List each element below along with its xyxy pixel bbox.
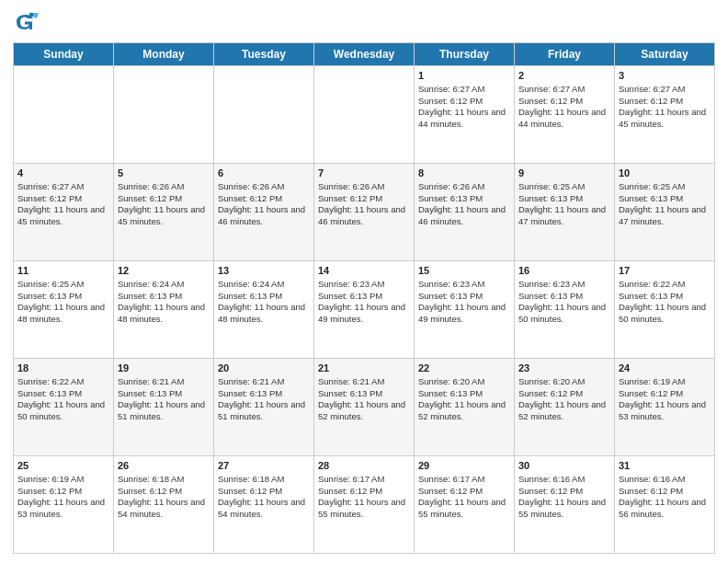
calendar-cell: 1Sunrise: 6:27 AMSunset: 6:12 PMDaylight… <box>415 66 515 164</box>
sunrise-text: Sunrise: 6:17 AM <box>318 474 384 484</box>
day-number: 16 <box>518 264 610 278</box>
sunrise-text: Sunrise: 6:17 AM <box>418 474 484 484</box>
sunrise-text: Sunrise: 6:27 AM <box>518 84 585 94</box>
weekday-saturday: Saturday <box>615 43 715 66</box>
cell-content: 24Sunrise: 6:19 AMSunset: 6:12 PMDayligh… <box>619 362 711 423</box>
calendar-cell: 8Sunrise: 6:26 AMSunset: 6:13 PMDaylight… <box>415 164 515 261</box>
sunrise-text: Sunrise: 6:21 AM <box>118 376 184 386</box>
daylight-text: Daylight: 11 hours and 49 minutes. <box>418 302 506 324</box>
sunrise-text: Sunrise: 6:27 AM <box>418 84 484 94</box>
sunset-text: Sunset: 6:13 PM <box>518 291 583 301</box>
cell-content: 29Sunrise: 6:17 AMSunset: 6:12 PMDayligh… <box>418 459 510 521</box>
day-number: 18 <box>17 362 109 375</box>
calendar-cell: 13Sunrise: 6:24 AMSunset: 6:13 PMDayligh… <box>214 261 314 359</box>
sunrise-text: Sunrise: 6:23 AM <box>318 279 384 289</box>
day-number: 5 <box>118 167 210 180</box>
daylight-text: Daylight: 11 hours and 50 minutes. <box>17 399 105 421</box>
sunset-text: Sunset: 6:13 PM <box>218 291 282 301</box>
cell-content: 21Sunrise: 6:21 AMSunset: 6:13 PMDayligh… <box>318 362 410 423</box>
sunrise-text: Sunrise: 6:27 AM <box>619 84 685 94</box>
sunset-text: Sunset: 6:13 PM <box>118 388 182 398</box>
sunset-text: Sunset: 6:12 PM <box>619 388 683 398</box>
daylight-text: Daylight: 11 hours and 55 minutes. <box>318 497 405 519</box>
daylight-text: Daylight: 11 hours and 47 minutes. <box>619 204 706 226</box>
day-number: 1 <box>418 69 510 83</box>
daylight-text: Daylight: 11 hours and 50 minutes. <box>518 302 606 324</box>
calendar-cell: 9Sunrise: 6:25 AMSunset: 6:13 PMDaylight… <box>515 164 615 261</box>
calendar-cell: 3Sunrise: 6:27 AMSunset: 6:12 PMDaylight… <box>615 66 715 164</box>
day-number: 19 <box>118 362 210 375</box>
sunrise-text: Sunrise: 6:23 AM <box>418 279 484 289</box>
sunrise-text: Sunrise: 6:25 AM <box>518 181 585 191</box>
day-number: 6 <box>218 167 310 180</box>
sunrise-text: Sunrise: 6:24 AM <box>118 279 184 289</box>
cell-content: 31Sunrise: 6:16 AMSunset: 6:12 PMDayligh… <box>619 459 711 521</box>
cell-content: 28Sunrise: 6:17 AMSunset: 6:12 PMDayligh… <box>318 459 410 521</box>
calendar-cell: 24Sunrise: 6:19 AMSunset: 6:12 PMDayligh… <box>615 359 715 456</box>
cell-content: 13Sunrise: 6:24 AMSunset: 6:13 PMDayligh… <box>218 264 310 326</box>
cell-content: 22Sunrise: 6:20 AMSunset: 6:13 PMDayligh… <box>418 362 510 423</box>
calendar-cell: 18Sunrise: 6:22 AMSunset: 6:13 PMDayligh… <box>14 359 114 456</box>
cell-content: 4Sunrise: 6:27 AMSunset: 6:12 PMDaylight… <box>17 167 109 228</box>
day-number: 14 <box>318 264 410 278</box>
cell-content: 27Sunrise: 6:18 AMSunset: 6:12 PMDayligh… <box>218 459 310 521</box>
calendar-cell: 27Sunrise: 6:18 AMSunset: 6:12 PMDayligh… <box>214 456 314 554</box>
day-number: 30 <box>518 459 610 473</box>
daylight-text: Daylight: 11 hours and 56 minutes. <box>619 497 706 519</box>
calendar-cell <box>114 66 214 164</box>
sunset-text: Sunset: 6:12 PM <box>518 486 583 496</box>
weekday-friday: Friday <box>515 43 615 66</box>
daylight-text: Daylight: 11 hours and 50 minutes. <box>619 302 706 324</box>
day-number: 28 <box>318 459 410 473</box>
cell-content: 14Sunrise: 6:23 AMSunset: 6:13 PMDayligh… <box>318 264 410 326</box>
day-number: 31 <box>619 459 711 473</box>
calendar-table: SundayMondayTuesdayWednesdayThursdayFrid… <box>13 42 715 554</box>
day-number: 24 <box>619 362 711 375</box>
cell-content: 1Sunrise: 6:27 AMSunset: 6:12 PMDaylight… <box>418 69 510 131</box>
calendar-cell: 7Sunrise: 6:26 AMSunset: 6:12 PMDaylight… <box>314 164 415 261</box>
daylight-text: Daylight: 11 hours and 46 minutes. <box>318 204 405 226</box>
calendar-cell <box>214 66 314 164</box>
day-number: 11 <box>17 264 109 278</box>
day-number: 10 <box>619 167 711 180</box>
day-number: 2 <box>518 69 610 83</box>
day-number: 26 <box>118 459 210 473</box>
daylight-text: Daylight: 11 hours and 53 minutes. <box>619 399 706 421</box>
sunrise-text: Sunrise: 6:24 AM <box>218 279 284 289</box>
daylight-text: Daylight: 11 hours and 54 minutes. <box>218 497 305 519</box>
sunrise-text: Sunrise: 6:25 AM <box>619 181 685 191</box>
sunrise-text: Sunrise: 6:21 AM <box>218 376 284 386</box>
daylight-text: Daylight: 11 hours and 46 minutes. <box>418 204 506 226</box>
sunset-text: Sunset: 6:12 PM <box>418 486 483 496</box>
calendar-cell: 25Sunrise: 6:19 AMSunset: 6:12 PMDayligh… <box>14 456 114 554</box>
sunset-text: Sunset: 6:12 PM <box>17 486 82 496</box>
daylight-text: Daylight: 11 hours and 45 minutes. <box>17 204 105 226</box>
calendar-cell: 19Sunrise: 6:21 AMSunset: 6:13 PMDayligh… <box>114 359 214 456</box>
sunset-text: Sunset: 6:13 PM <box>318 388 382 398</box>
weekday-tuesday: Tuesday <box>214 43 314 66</box>
day-number: 4 <box>17 167 109 180</box>
daylight-text: Daylight: 11 hours and 54 minutes. <box>118 497 205 519</box>
sunrise-text: Sunrise: 6:16 AM <box>518 474 585 484</box>
sunset-text: Sunset: 6:12 PM <box>518 388 583 398</box>
daylight-text: Daylight: 11 hours and 49 minutes. <box>318 302 405 324</box>
day-number: 3 <box>619 69 711 83</box>
sunrise-text: Sunrise: 6:26 AM <box>318 181 384 191</box>
day-number: 12 <box>118 264 210 278</box>
weekday-header-row: SundayMondayTuesdayWednesdayThursdayFrid… <box>14 43 715 66</box>
calendar-cell: 10Sunrise: 6:25 AMSunset: 6:13 PMDayligh… <box>615 164 715 261</box>
sunrise-text: Sunrise: 6:16 AM <box>619 474 685 484</box>
day-number: 25 <box>17 459 109 473</box>
week-row-3: 11Sunrise: 6:25 AMSunset: 6:13 PMDayligh… <box>14 261 715 359</box>
cell-content: 15Sunrise: 6:23 AMSunset: 6:13 PMDayligh… <box>418 264 510 326</box>
sunset-text: Sunset: 6:13 PM <box>218 388 282 398</box>
week-row-4: 18Sunrise: 6:22 AMSunset: 6:13 PMDayligh… <box>14 359 715 456</box>
sunset-text: Sunset: 6:13 PM <box>17 291 82 301</box>
weekday-monday: Monday <box>114 43 214 66</box>
sunset-text: Sunset: 6:13 PM <box>619 193 683 203</box>
sunset-text: Sunset: 6:13 PM <box>619 291 683 301</box>
cell-content: 17Sunrise: 6:22 AMSunset: 6:13 PMDayligh… <box>619 264 711 326</box>
calendar-cell: 6Sunrise: 6:26 AMSunset: 6:12 PMDaylight… <box>214 164 314 261</box>
page: SundayMondayTuesdayWednesdayThursdayFrid… <box>0 0 728 563</box>
weekday-thursday: Thursday <box>415 43 515 66</box>
